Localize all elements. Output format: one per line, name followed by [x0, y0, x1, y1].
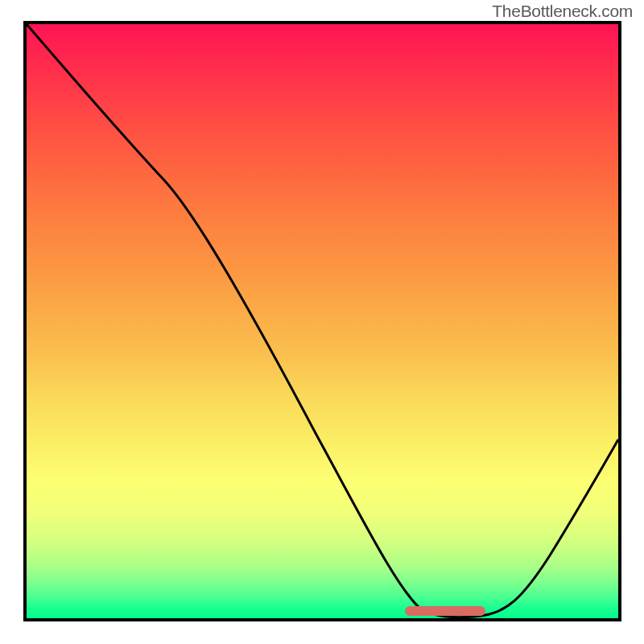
curve-plot: [27, 24, 618, 618]
optimum-marker: [405, 606, 485, 616]
chart-container: TheBottleneck.com: [0, 0, 644, 644]
chart-frame: [23, 21, 621, 621]
watermark-text: TheBottleneck.com: [492, 2, 633, 21]
curve-line: [27, 24, 618, 617]
